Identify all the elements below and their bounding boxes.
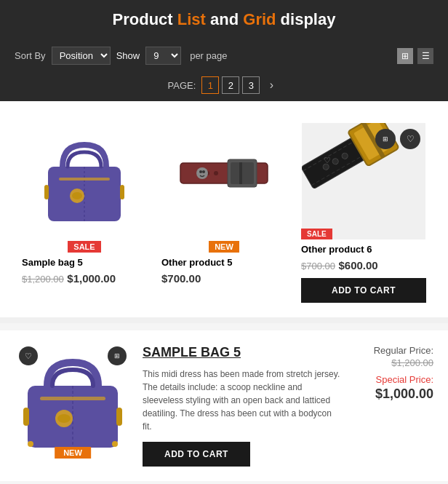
product-1-image <box>37 127 132 236</box>
grid-item-2: NEW Other product 5 $700.00 <box>154 116 294 310</box>
svg-rect-6 <box>120 185 124 199</box>
page-btn-1[interactable]: 1 <box>201 76 219 94</box>
page-btn-3[interactable]: 3 <box>242 76 260 94</box>
show-label: Show <box>116 50 140 61</box>
list-item-prices: Regular Price: $1,200.00 Special Price: … <box>353 342 433 402</box>
special-price: $1,000.00 <box>353 386 433 402</box>
svg-point-33 <box>57 414 71 423</box>
header-end-text: display <box>276 10 336 28</box>
product-3-wishlist-btn[interactable]: ♡ <box>400 129 420 149</box>
regular-price-label: Regular Price: <box>353 345 433 356</box>
list-view-icon[interactable]: ☰ <box>417 48 433 64</box>
svg-point-38 <box>112 441 118 447</box>
list-add-to-cart-btn[interactable]: ADD TO CART <box>143 442 250 467</box>
page-header: Product List and Grid display <box>0 0 448 39</box>
grid-item-3: ♡ ♡ ⊞ SALE Other product 6 $700.00 $600.… <box>294 116 433 310</box>
svg-rect-34 <box>40 397 105 400</box>
per-page-label: per page <box>190 50 227 61</box>
toolbar: Sort By Position Name Price Show 9 18 27… <box>0 39 448 72</box>
list-item-title: SAMPLE BAG 5 <box>143 345 342 360</box>
svg-point-17 <box>202 170 205 173</box>
svg-text:♡: ♡ <box>324 156 331 164</box>
svg-rect-35 <box>23 408 29 426</box>
product-3-sale-overlay: SALE <box>301 229 332 239</box>
grid-view-icon[interactable]: ⊞ <box>397 48 413 64</box>
list-new-badge: NEW <box>55 447 91 459</box>
grid-item-1: SALE Sample bag 5 $1,200.00 $1,000.00 <box>15 116 154 310</box>
header-list-text: List <box>177 10 206 28</box>
show-select[interactable]: 9 18 27 <box>145 47 181 65</box>
list-grid-btn[interactable]: ⊞ <box>108 346 127 365</box>
svg-point-3 <box>72 192 82 199</box>
product-2-badge: NEW <box>161 239 287 257</box>
pagination-bar: PAGE: 1 2 3 › <box>0 72 448 101</box>
page-label: PAGE: <box>168 80 196 91</box>
product-3-grid-btn[interactable]: ⊞ <box>375 129 396 149</box>
grid-row: SALE Sample bag 5 $1,200.00 $1,000.00 <box>15 116 433 310</box>
list-section: ♡ ⊞ NEW SAMPLE BAG 5 This midi dress has… <box>0 330 448 481</box>
svg-rect-36 <box>116 408 122 426</box>
list-item-image: ♡ ⊞ NEW <box>15 342 131 461</box>
section-divider <box>0 317 448 323</box>
product-1-old-price: $1,200.00 <box>22 274 64 285</box>
product-2-price: $700.00 <box>161 272 287 285</box>
product-3-price: $700.00 $600.00 <box>301 259 426 272</box>
product-1-badge: SALE <box>22 239 147 257</box>
product-1-new-price: $1,000.00 <box>67 272 116 285</box>
product-2-name: Other product 5 <box>161 257 287 268</box>
header-and-text: and <box>206 10 243 28</box>
list-item-desc: This midi dress has been made from stret… <box>143 368 342 433</box>
list-item-info: SAMPLE BAG 5 This midi dress has been ma… <box>143 342 342 467</box>
regular-price: $1,200.00 <box>353 357 433 368</box>
product-1-name: Sample bag 5 <box>22 257 147 268</box>
svg-rect-4 <box>59 178 110 180</box>
grid-section: SALE Sample bag 5 $1,200.00 $1,000.00 <box>0 101 448 317</box>
svg-point-37 <box>28 441 33 447</box>
product-2-image <box>177 134 271 229</box>
product-3-name: Other product 6 <box>301 244 426 255</box>
header-text-plain: Product <box>113 10 177 28</box>
svg-point-15 <box>196 167 208 179</box>
product-2-single-price: $700.00 <box>161 272 201 285</box>
product-3-add-to-cart-btn[interactable]: ADD TO CART <box>301 278 426 303</box>
page-next-btn[interactable]: › <box>263 76 280 94</box>
page-btn-2[interactable]: 2 <box>222 76 239 94</box>
sort-label: Sort By <box>15 50 46 61</box>
product-1-price: $1,200.00 $1,000.00 <box>22 272 147 285</box>
product-3-old-price: $700.00 <box>301 261 335 271</box>
sort-select[interactable]: Position Name Price <box>52 47 111 65</box>
svg-point-11 <box>214 171 218 175</box>
list-item-row: ♡ ⊞ NEW SAMPLE BAG 5 This midi dress has… <box>15 342 433 467</box>
svg-rect-5 <box>44 185 49 199</box>
header-grid-text: Grid <box>243 10 276 28</box>
list-wishlist-btn[interactable]: ♡ <box>19 346 38 365</box>
special-price-label: Special Price: <box>353 374 433 385</box>
svg-rect-14 <box>239 162 242 184</box>
product-3-new-price: $600.00 <box>338 259 377 271</box>
view-icons: ⊞ ☰ <box>397 48 433 64</box>
svg-point-16 <box>199 170 202 173</box>
